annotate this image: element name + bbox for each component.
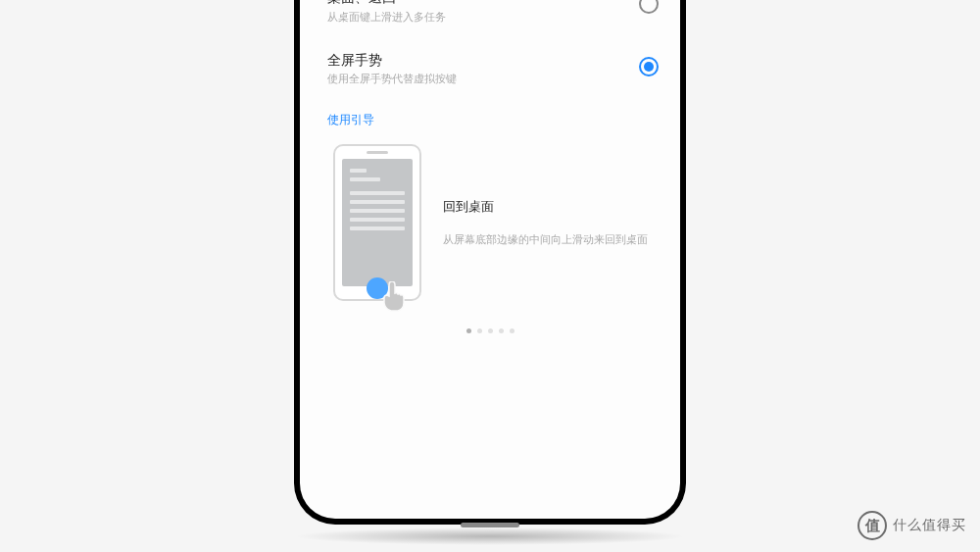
- option-desc: 从桌面键上滑进入多任务: [327, 10, 639, 24]
- option-title: 全屏手势: [327, 51, 639, 71]
- pagination-dots[interactable]: [300, 311, 680, 333]
- mini-screen: [342, 159, 413, 286]
- settings-content: 桌面、返回 从桌面键上滑进入多任务 全屏手势 使用全屏手势代替虚拟按键 使用引导: [300, 0, 680, 333]
- content-line: [350, 226, 405, 230]
- tutorial-section: 回到桌面 从屏幕底部边缘的中间向上滑动来回到桌面: [300, 138, 680, 311]
- pagination-dot[interactable]: [499, 328, 504, 333]
- watermark: 值 什么值得买: [858, 511, 966, 540]
- content-line: [350, 191, 405, 195]
- mini-phone-outline: [333, 144, 421, 301]
- content-line: [350, 218, 405, 222]
- finger-pointer-icon: [379, 281, 409, 313]
- mini-speaker-icon: [367, 151, 388, 154]
- tutorial-text: 回到桌面 从屏幕底部边缘的中间向上滑动来回到桌面: [443, 198, 653, 248]
- watermark-text: 什么值得买: [893, 517, 966, 534]
- radio-unselected-icon[interactable]: [639, 0, 659, 14]
- phone-screen: 桌面、返回 从桌面键上滑进入多任务 全屏手势 使用全屏手势代替虚拟按键 使用引导: [300, 0, 680, 519]
- usage-guide-link[interactable]: 使用引导: [300, 100, 680, 138]
- tutorial-title: 回到桌面: [443, 198, 653, 216]
- pagination-dot[interactable]: [510, 328, 514, 333]
- pagination-dot[interactable]: [477, 328, 482, 333]
- pagination-dot[interactable]: [466, 328, 471, 333]
- tutorial-desc: 从屏幕底部边缘的中间向上滑动来回到桌面: [443, 231, 653, 248]
- content-line: [350, 209, 405, 213]
- content-line: [350, 177, 380, 181]
- option-desc: 使用全屏手势代替虚拟按键: [327, 72, 639, 85]
- phone-shadow: [294, 527, 686, 545]
- option-fullscreen-gesture[interactable]: 全屏手势 使用全屏手势代替虚拟按键: [300, 37, 680, 100]
- option-desktop-back[interactable]: 桌面、返回 从桌面键上滑进入多任务: [300, 0, 680, 37]
- content-line: [350, 169, 367, 173]
- option-text: 全屏手势 使用全屏手势代替虚拟按键: [327, 51, 639, 86]
- content-line: [350, 200, 405, 204]
- phone-frame: 桌面、返回 从桌面键上滑进入多任务 全屏手势 使用全屏手势代替虚拟按键 使用引导: [294, 0, 686, 525]
- tutorial-illustration: [333, 144, 421, 301]
- pagination-dot[interactable]: [488, 328, 493, 333]
- phone-home-button-icon: [461, 523, 519, 527]
- option-text: 桌面、返回 从桌面键上滑进入多任务: [327, 0, 639, 24]
- radio-selected-icon[interactable]: [639, 57, 659, 76]
- option-title: 桌面、返回: [327, 0, 639, 8]
- watermark-icon: 值: [858, 511, 887, 540]
